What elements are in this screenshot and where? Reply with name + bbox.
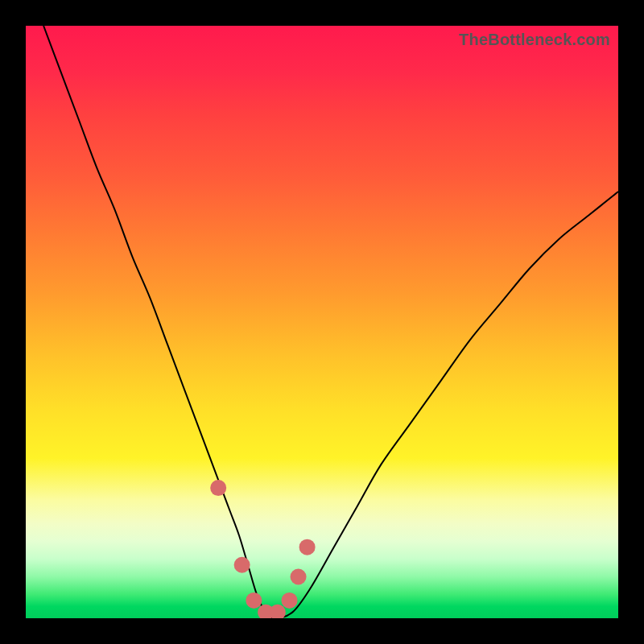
highlight-marker: [234, 557, 250, 573]
bottleneck-curve: [43, 26, 618, 618]
chart-frame: TheBottleneck.com: [0, 0, 644, 644]
highlight-marker: [210, 480, 226, 496]
plot-area: TheBottleneck.com: [26, 26, 618, 618]
highlight-marker: [270, 605, 286, 618]
highlight-marker: [299, 539, 316, 555]
bottleneck-curve-svg: [26, 26, 618, 618]
highlight-marker: [246, 592, 262, 609]
highlight-marker: [291, 568, 307, 584]
highlight-marker: [282, 592, 298, 609]
